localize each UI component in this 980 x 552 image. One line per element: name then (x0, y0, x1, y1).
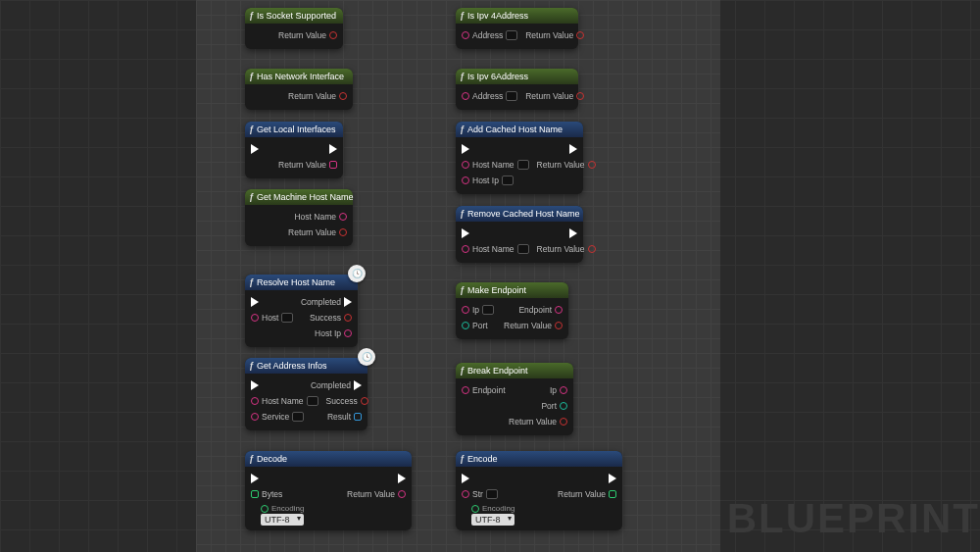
blueprint-canvas[interactable]: ƒ Is Socket Supported Return Value ƒ Is … (196, 0, 720, 552)
input-pin[interactable] (251, 314, 259, 322)
node-header: ƒ Resolve Host Name (245, 275, 358, 290)
text-input[interactable] (506, 91, 517, 101)
output-pin[interactable] (339, 92, 347, 100)
pin-label: Host (262, 313, 278, 323)
exec-in-pin[interactable] (251, 474, 259, 483)
output-pin[interactable] (560, 402, 567, 410)
node-title: Is Ipv 6Address (467, 72, 528, 81)
function-icon: ƒ (460, 366, 465, 376)
pin-label: Address (472, 91, 503, 101)
input-pin[interactable] (462, 490, 469, 498)
output-pin[interactable] (329, 161, 337, 169)
pin-label: Return Value (537, 244, 585, 254)
node-header: ƒ Get Local Interfaces (245, 122, 343, 137)
function-icon: ƒ (249, 72, 254, 81)
input-pin[interactable] (471, 505, 479, 513)
node-make-endpoint[interactable]: ƒ Make Endpoint Ip Endpoint Port Return … (456, 282, 568, 339)
input-pin[interactable] (462, 245, 469, 253)
exec-out-pin[interactable] (569, 144, 577, 154)
node-title: Resolve Host Name (257, 277, 335, 287)
output-pin[interactable] (560, 386, 567, 394)
text-input[interactable] (517, 160, 529, 170)
node-title: Get Machine Host Name (257, 192, 354, 202)
exec-in-pin[interactable] (462, 144, 469, 154)
exec-in-pin[interactable] (251, 144, 259, 154)
encoding-dropdown[interactable]: UTF-8 (261, 514, 304, 526)
exec-out-pin[interactable] (569, 228, 577, 238)
text-input[interactable] (482, 305, 494, 315)
output-pin[interactable] (555, 322, 563, 329)
node-get-machine-host[interactable]: ƒ Get Machine Host Name Host Name Return… (245, 189, 353, 246)
node-get-address-infos[interactable]: 🕓 ƒ Get Address Infos Completed Host Nam… (245, 358, 368, 430)
encoding-dropdown[interactable]: UTF-8 (471, 514, 514, 526)
output-pin[interactable] (555, 306, 563, 314)
node-encode[interactable]: ƒ Encode Str Return Value Encoding UTF-8 (456, 451, 622, 530)
exec-in-pin[interactable] (251, 380, 259, 390)
node-decode[interactable]: ƒ Decode Bytes Return Value Encoding UTF… (245, 451, 412, 530)
function-icon: ƒ (249, 454, 254, 464)
function-icon: ƒ (460, 454, 465, 464)
input-pin[interactable] (462, 386, 469, 394)
input-pin[interactable] (462, 92, 469, 100)
text-input[interactable] (307, 396, 318, 406)
output-pin[interactable] (339, 213, 347, 221)
input-pin[interactable] (462, 176, 469, 184)
pin-label: Result (327, 412, 351, 422)
node-title: Break Endpoint (467, 366, 528, 376)
input-pin[interactable] (462, 161, 469, 169)
node-title: Get Local Interfaces (257, 125, 336, 134)
exec-in-pin[interactable] (462, 474, 469, 483)
output-pin[interactable] (344, 314, 352, 322)
pin-label: Service (262, 412, 289, 422)
output-pin[interactable] (398, 490, 406, 498)
output-pin[interactable] (361, 397, 368, 405)
output-pin[interactable] (560, 418, 567, 426)
text-input[interactable] (292, 412, 304, 422)
pin-label: Success (310, 313, 341, 323)
node-is-ipv6[interactable]: ƒ Is Ipv 6Address Address Return Value (456, 69, 578, 110)
pin-label: Return Value (504, 321, 552, 330)
output-pin[interactable] (609, 490, 616, 498)
node-is-ipv4[interactable]: ƒ Is Ipv 4Address Address Return Value (456, 8, 578, 49)
node-break-endpoint[interactable]: ƒ Break Endpoint Endpoint Ip Port Return… (456, 363, 573, 435)
output-pin[interactable] (576, 31, 584, 39)
node-has-network-interface[interactable]: ƒ Has Network Interface Return Value (245, 69, 353, 110)
input-pin[interactable] (462, 31, 469, 39)
node-resolve-host-name[interactable]: 🕓 ƒ Resolve Host Name Completed Host Suc… (245, 275, 358, 347)
output-pin[interactable] (588, 245, 596, 253)
output-pin[interactable] (588, 161, 596, 169)
node-remove-cached-host[interactable]: ƒ Remove Cached Host Name Host Name Retu… (456, 206, 583, 263)
node-header: ƒ Decode (245, 451, 412, 467)
text-input[interactable] (281, 313, 293, 323)
node-is-socket-supported[interactable]: ƒ Is Socket Supported Return Value (245, 8, 343, 49)
input-pin[interactable] (462, 306, 469, 314)
node-title: Remove Cached Host Name (467, 209, 580, 219)
exec-in-pin[interactable] (462, 228, 469, 238)
exec-out-pin[interactable] (398, 474, 406, 483)
exec-out-pin[interactable] (329, 144, 337, 154)
input-pin[interactable] (251, 397, 259, 405)
text-input[interactable] (502, 176, 514, 185)
input-pin[interactable] (261, 505, 269, 513)
output-pin[interactable] (344, 329, 352, 337)
input-pin[interactable] (251, 490, 259, 498)
exec-in-pin[interactable] (251, 297, 259, 307)
exec-out-pin[interactable] (344, 297, 352, 307)
text-input[interactable] (506, 30, 517, 40)
output-pin[interactable] (339, 228, 347, 236)
pin-label: Return Value (278, 30, 326, 40)
text-input[interactable] (486, 489, 498, 499)
function-icon: ƒ (460, 72, 465, 81)
output-pin[interactable] (354, 413, 362, 421)
exec-out-pin[interactable] (609, 474, 616, 483)
input-pin[interactable] (251, 413, 259, 421)
node-get-local-interfaces[interactable]: ƒ Get Local Interfaces Return Value (245, 122, 343, 178)
output-pin[interactable] (576, 92, 584, 100)
text-input[interactable] (517, 244, 529, 254)
output-pin[interactable] (329, 31, 337, 39)
input-pin[interactable] (462, 322, 469, 329)
node-title: Is Socket Supported (257, 11, 336, 21)
exec-out-pin[interactable] (354, 380, 362, 390)
node-add-cached-host[interactable]: ƒ Add Cached Host Name Host Name Return … (456, 122, 583, 194)
function-icon: ƒ (249, 192, 254, 202)
